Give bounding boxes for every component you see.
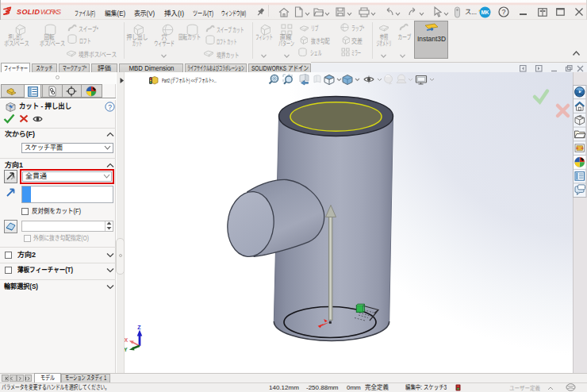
svg-text:X: X: [125, 337, 129, 343]
svg-text:?: ?: [108, 103, 112, 111]
svg-text:?: ?: [501, 8, 505, 16]
svg-text:Z: Z: [137, 325, 141, 330]
svg-text:WORKS: WORKS: [40, 8, 61, 16]
svg-text:MK: MK: [481, 10, 489, 15]
svg-text:SOLID: SOLID: [17, 8, 40, 16]
svg-text:Y: Y: [125, 347, 128, 352]
